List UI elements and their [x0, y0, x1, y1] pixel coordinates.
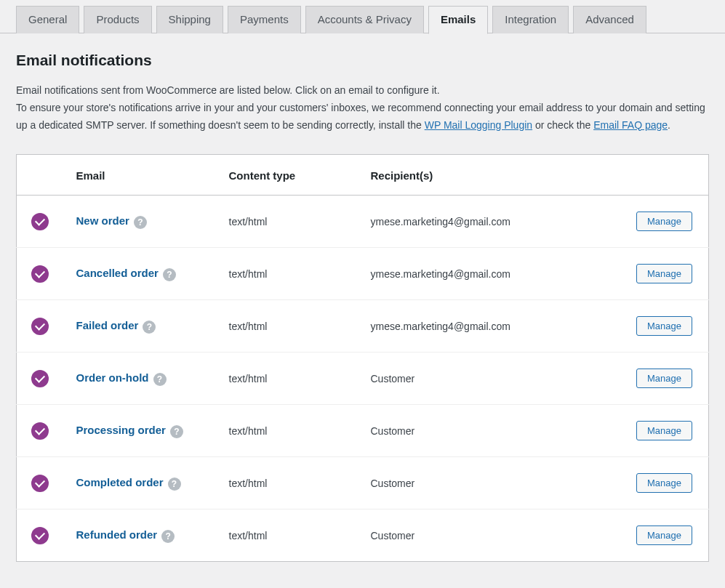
col-actions — [618, 155, 709, 196]
tab-emails[interactable]: Emails — [428, 6, 488, 34]
email-name-link[interactable]: New order — [76, 214, 129, 227]
recipients-cell: Customer — [362, 405, 618, 457]
help-icon[interactable] — [170, 425, 183, 438]
email-name-link[interactable]: Failed order — [76, 319, 139, 331]
col-status — [17, 155, 68, 196]
check-icon — [31, 422, 49, 440]
check-icon — [31, 527, 49, 544]
table-row: Completed ordertext/htmlCustomerManage — [17, 457, 709, 510]
wp-mail-logging-link[interactable]: WP Mail Logging Plugin — [425, 119, 532, 131]
recipients-cell: Customer — [362, 510, 618, 562]
content-type-cell: text/html — [220, 457, 362, 510]
help-icon[interactable] — [153, 373, 167, 386]
tab-products[interactable]: Products — [84, 6, 151, 33]
content-type-cell: text/html — [220, 405, 362, 457]
manage-button[interactable]: Manage — [636, 264, 692, 283]
help-icon[interactable] — [143, 321, 156, 334]
tab-payments[interactable]: Payments — [228, 6, 301, 33]
help-icon[interactable] — [168, 478, 181, 491]
check-icon — [31, 475, 49, 492]
recipients-cell: ymese.marketing4@gmail.com — [362, 300, 618, 353]
settings-tabs: GeneralProductsShippingPaymentsAccounts … — [0, 0, 725, 33]
email-faq-link[interactable]: Email FAQ page — [593, 119, 668, 131]
check-icon — [31, 370, 49, 387]
page-title: Email notifications — [16, 52, 709, 69]
recipients-cell: Customer — [362, 353, 618, 405]
table-row: Refunded ordertext/htmlCustomerManage — [17, 510, 709, 562]
manage-button[interactable]: Manage — [636, 473, 692, 493]
help-icon[interactable] — [161, 530, 175, 543]
intro-line1: Email notifications sent from WooCommerc… — [16, 84, 440, 96]
table-row: Order on-holdtext/htmlCustomerManage — [17, 353, 709, 405]
content-type-cell: text/html — [220, 196, 362, 248]
email-name-link[interactable]: Completed order — [76, 476, 164, 488]
email-name-link[interactable]: Refunded order — [76, 528, 158, 541]
check-icon — [31, 318, 49, 335]
emails-content: Email notifications Email notifications … — [0, 33, 725, 562]
manage-button[interactable]: Manage — [636, 316, 692, 336]
email-name-link[interactable]: Processing order — [76, 424, 166, 436]
recipients-cell: ymese.marketing4@gmail.com — [362, 248, 618, 300]
manage-button[interactable]: Manage — [636, 212, 692, 231]
tab-accounts-privacy[interactable]: Accounts & Privacy — [305, 6, 424, 33]
intro-line2c: . — [668, 119, 670, 131]
table-row: Processing ordertext/htmlCustomerManage — [17, 405, 709, 457]
email-name-link[interactable]: Cancelled order — [76, 267, 159, 279]
check-icon — [31, 213, 49, 230]
content-type-cell: text/html — [220, 300, 362, 353]
recipients-cell: ymese.marketing4@gmail.com — [362, 196, 618, 248]
col-recipients[interactable]: Recipient(s) — [362, 155, 618, 196]
intro-line2b: or check the — [532, 119, 593, 131]
table-row: New ordertext/htmlymese.marketing4@gmail… — [17, 196, 709, 248]
recipients-cell: Customer — [362, 457, 618, 510]
emails-table: Email Content type Recipient(s) New orde… — [16, 154, 709, 562]
manage-button[interactable]: Manage — [636, 368, 692, 388]
col-email[interactable]: Email — [68, 155, 220, 196]
manage-button[interactable]: Manage — [636, 525, 692, 545]
tab-advanced[interactable]: Advanced — [573, 6, 646, 33]
manage-button[interactable]: Manage — [636, 421, 692, 440]
tab-general[interactable]: General — [16, 6, 79, 33]
tab-shipping[interactable]: Shipping — [156, 6, 223, 33]
email-name-link[interactable]: Order on-hold — [76, 371, 149, 384]
content-type-cell: text/html — [220, 353, 362, 405]
help-icon[interactable] — [163, 268, 176, 281]
col-content-type[interactable]: Content type — [220, 155, 362, 196]
content-type-cell: text/html — [220, 248, 362, 300]
tab-integration[interactable]: Integration — [492, 6, 569, 33]
table-row: Cancelled ordertext/htmlymese.marketing4… — [17, 248, 709, 300]
content-type-cell: text/html — [220, 510, 362, 562]
help-icon[interactable] — [134, 216, 147, 229]
check-icon — [31, 265, 49, 283]
table-row: Failed ordertext/htmlymese.marketing4@gm… — [17, 300, 709, 353]
intro-text: Email notifications sent from WooCommerc… — [16, 82, 709, 134]
